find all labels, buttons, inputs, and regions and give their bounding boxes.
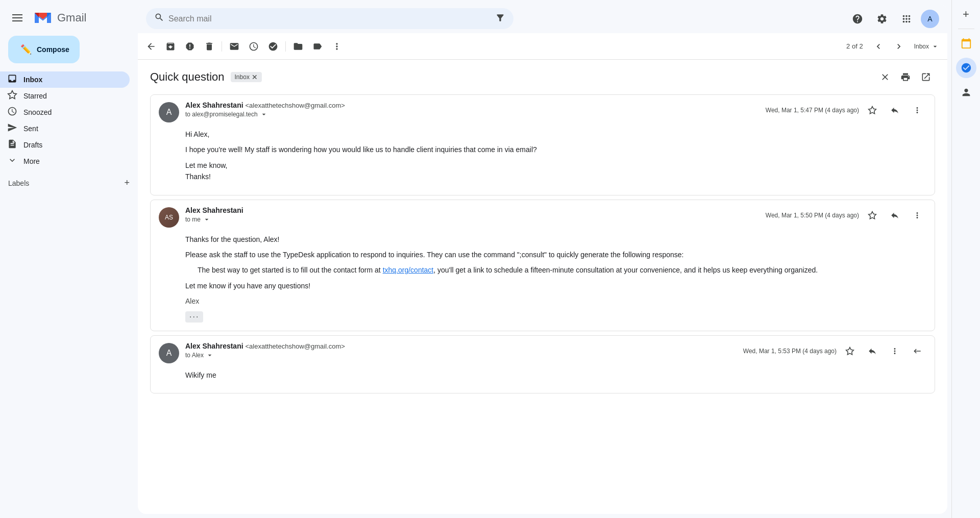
expand-button-3[interactable]: [908, 342, 926, 360]
archive-button[interactable]: [161, 37, 180, 56]
more-label: More: [23, 157, 40, 165]
inbox-badge-label: Inbox: [235, 73, 250, 81]
sidebar-top: Gmail: [0, 4, 138, 32]
gmail-logo[interactable]: Gmail: [33, 11, 86, 25]
right-panel-calendar-button[interactable]: [956, 33, 976, 54]
inbox-icon: [7, 73, 17, 86]
inbox-label: Inbox: [23, 76, 42, 84]
sidebar: Gmail ✏️ Compose Inbox Starred Snoozed: [0, 0, 138, 518]
email-to-3: to Alex: [185, 351, 743, 359]
right-panel: +: [951, 0, 980, 518]
label-button[interactable]: [308, 37, 327, 56]
email-header-right-2: Wed, Mar 1, 5:50 PM (4 days ago): [766, 206, 926, 225]
print-thread-button[interactable]: [896, 68, 915, 86]
prev-email-button[interactable]: [869, 37, 888, 56]
content-area: A: [138, 0, 980, 518]
open-new-window-button[interactable]: [917, 68, 935, 86]
email-thread: Quick question Inbox ✕: [138, 60, 947, 514]
email-body-1: Hi Alex, I hope you're well! My staff is…: [151, 129, 935, 195]
sender-name-1: Alex Shahrestani <alexatthetechshow@gmai…: [185, 101, 766, 109]
email-message-3: A Alex Shahrestani <alexatthetechshow@gm…: [150, 335, 935, 393]
drafts-label: Drafts: [23, 141, 42, 149]
snoozed-label: Snoozed: [23, 108, 52, 116]
email-header-right-1: Wed, Mar 1, 5:47 PM (4 days ago): [766, 101, 926, 119]
body-indent: The best way to get started is to fill o…: [198, 264, 926, 276]
user-avatar[interactable]: A: [921, 10, 939, 28]
close-thread-button[interactable]: [876, 68, 894, 86]
more-button-1[interactable]: [908, 101, 926, 119]
signature-2: Alex: [185, 295, 926, 307]
email-time-3: Wed, Mar 1, 5:53 PM (4 days ago): [743, 348, 837, 355]
sender-avatar-3: A: [159, 343, 179, 363]
ellipsis-button-2[interactable]: ···: [185, 311, 203, 323]
sidebar-item-inbox[interactable]: Inbox: [0, 71, 130, 88]
gmail-logo-text: Gmail: [57, 11, 86, 24]
sent-label: Sent: [23, 125, 38, 133]
inbox-view-button[interactable]: Inbox: [910, 37, 943, 56]
starred-label: Starred: [23, 92, 47, 100]
reply-button-1[interactable]: [886, 101, 904, 119]
sent-icon: [7, 122, 17, 135]
email-header-2[interactable]: AS Alex Shahrestani to me Wed, Mar 1,: [151, 200, 935, 234]
right-panel-contacts-button[interactable]: [956, 82, 976, 103]
email-toolbar: 2 of 2 Inbox: [138, 33, 947, 60]
star-button-1[interactable]: [863, 101, 881, 119]
sender-info-1: Alex Shahrestani <alexatthetechshow@gmai…: [185, 101, 766, 118]
right-panel-add-button[interactable]: +: [956, 4, 976, 24]
labels-title: Labels: [8, 179, 29, 187]
search-box[interactable]: [146, 8, 513, 29]
body-line: Let me know if you have any questions!: [185, 280, 926, 291]
svg-marker-1: [869, 107, 876, 114]
star-button-2[interactable]: [863, 206, 881, 225]
tasks-button[interactable]: [264, 37, 282, 56]
compose-icon: ✏️: [20, 44, 32, 55]
compose-button[interactable]: ✏️ Compose: [8, 36, 80, 63]
reply-button-3[interactable]: [863, 342, 881, 360]
dropdown-icon-2[interactable]: [203, 215, 211, 224]
star-button-3[interactable]: [841, 342, 859, 360]
sidebar-nav: Inbox Starred Snoozed Sent Drafts: [0, 71, 138, 169]
labels-header: Labels +: [0, 174, 138, 192]
sidebar-item-more[interactable]: More: [0, 153, 130, 169]
sidebar-item-drafts[interactable]: Drafts: [0, 137, 130, 153]
apps-button[interactable]: [896, 9, 917, 29]
email-time-2: Wed, Mar 1, 5:50 PM (4 days ago): [766, 212, 859, 219]
back-button[interactable]: [142, 37, 160, 56]
svg-marker-0: [8, 91, 17, 99]
mark-unread-button[interactable]: [225, 37, 243, 56]
compose-label: Compose: [37, 45, 69, 54]
email-header-3[interactable]: A Alex Shahrestani <alexatthetechshow@gm…: [151, 336, 935, 369]
dropdown-icon[interactable]: [260, 110, 268, 118]
snooze-button[interactable]: [244, 37, 263, 56]
svg-marker-3: [846, 347, 854, 354]
thread-title-row: Quick question Inbox ✕: [150, 68, 935, 86]
inbox-badge-close[interactable]: ✕: [252, 73, 258, 81]
email-header-1[interactable]: A Alex Shahrestani <alexatthetechshow@gm…: [151, 95, 935, 129]
add-label-button[interactable]: +: [124, 178, 130, 188]
contact-link[interactable]: txhq.org/contact: [383, 266, 434, 274]
settings-button[interactable]: [872, 9, 892, 29]
move-button[interactable]: [289, 37, 307, 56]
dropdown-icon-3[interactable]: [206, 351, 214, 359]
search-input[interactable]: [168, 14, 491, 23]
more-button-2[interactable]: [908, 206, 926, 225]
thread-title-actions: [876, 68, 935, 86]
divider-2: [285, 41, 286, 52]
top-search-bar: A: [138, 4, 947, 33]
help-button[interactable]: [847, 9, 868, 29]
right-panel-tasks-button[interactable]: [956, 58, 976, 78]
spam-button[interactable]: [181, 37, 199, 56]
more-button-3[interactable]: [886, 342, 904, 360]
gmail-logo-icon: [33, 11, 53, 25]
sidebar-item-starred[interactable]: Starred: [0, 88, 130, 104]
filter-icon[interactable]: [495, 13, 505, 24]
sender-avatar-2: AS: [159, 207, 179, 228]
delete-button[interactable]: [200, 37, 218, 56]
body-line: Wikify me: [185, 369, 926, 381]
reply-button-2[interactable]: [886, 206, 904, 225]
sidebar-item-sent[interactable]: Sent: [0, 120, 130, 137]
next-email-button[interactable]: [890, 37, 908, 56]
menu-button[interactable]: [6, 8, 29, 28]
more-actions-button[interactable]: [328, 37, 346, 56]
sidebar-item-snoozed[interactable]: Snoozed: [0, 104, 130, 120]
